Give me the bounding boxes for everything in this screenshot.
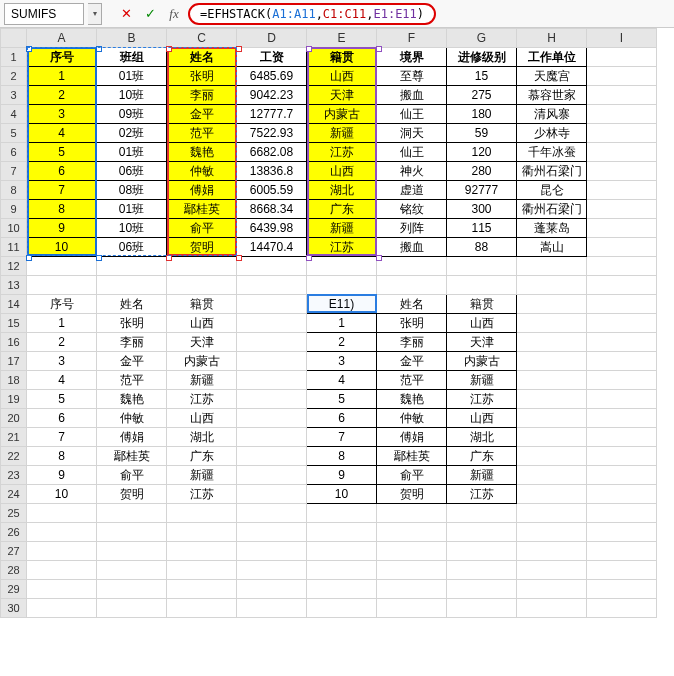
cell-A30[interactable] xyxy=(27,599,97,618)
cell-C19[interactable]: 江苏 xyxy=(167,390,237,409)
col-header-E[interactable]: E xyxy=(307,29,377,48)
cell-I28[interactable] xyxy=(587,561,657,580)
cell-A26[interactable] xyxy=(27,523,97,542)
row-header-5[interactable]: 5 xyxy=(1,124,27,143)
row-header-13[interactable]: 13 xyxy=(1,276,27,295)
cell-F6[interactable]: 仙王 xyxy=(377,143,447,162)
cell-E6[interactable]: 江苏 xyxy=(307,143,377,162)
cell-F12[interactable] xyxy=(377,257,447,276)
cell-I15[interactable] xyxy=(587,314,657,333)
cell-H12[interactable] xyxy=(517,257,587,276)
cell-G23[interactable]: 新疆 xyxy=(447,466,517,485)
cell-E14[interactable]: E11) xyxy=(307,295,377,314)
cell-G13[interactable] xyxy=(447,276,517,295)
cell-G16[interactable]: 天津 xyxy=(447,333,517,352)
cell-E4[interactable]: 内蒙古 xyxy=(307,105,377,124)
row-header-14[interactable]: 14 xyxy=(1,295,27,314)
cell-A18[interactable]: 4 xyxy=(27,371,97,390)
col-header-I[interactable]: I xyxy=(587,29,657,48)
cell-E21[interactable]: 7 xyxy=(307,428,377,447)
cell-I10[interactable] xyxy=(587,219,657,238)
cell-E15[interactable]: 1 xyxy=(307,314,377,333)
cell-D24[interactable] xyxy=(237,485,307,504)
cell-C24[interactable]: 江苏 xyxy=(167,485,237,504)
cell-G20[interactable]: 山西 xyxy=(447,409,517,428)
cell-H14[interactable] xyxy=(517,295,587,314)
cell-H10[interactable]: 蓬莱岛 xyxy=(517,219,587,238)
cell-G1[interactable]: 进修级别 xyxy=(447,48,517,67)
cell-I7[interactable] xyxy=(587,162,657,181)
cell-G5[interactable]: 59 xyxy=(447,124,517,143)
cell-D3[interactable]: 9042.23 xyxy=(237,86,307,105)
cell-E16[interactable]: 2 xyxy=(307,333,377,352)
cell-H26[interactable] xyxy=(517,523,587,542)
cell-I2[interactable] xyxy=(587,67,657,86)
cell-H15[interactable] xyxy=(517,314,587,333)
cell-C11[interactable]: 贺明 xyxy=(167,238,237,257)
cell-B1[interactable]: 班组 xyxy=(97,48,167,67)
cell-C10[interactable]: 俞平 xyxy=(167,219,237,238)
cell-C21[interactable]: 湖北 xyxy=(167,428,237,447)
cell-B10[interactable]: 10班 xyxy=(97,219,167,238)
cell-G28[interactable] xyxy=(447,561,517,580)
cell-H21[interactable] xyxy=(517,428,587,447)
cell-G4[interactable]: 180 xyxy=(447,105,517,124)
cell-D22[interactable] xyxy=(237,447,307,466)
cell-A23[interactable]: 9 xyxy=(27,466,97,485)
cell-F24[interactable]: 贺明 xyxy=(377,485,447,504)
cell-I20[interactable] xyxy=(587,409,657,428)
cell-B24[interactable]: 贺明 xyxy=(97,485,167,504)
cell-C7[interactable]: 仲敏 xyxy=(167,162,237,181)
cell-B26[interactable] xyxy=(97,523,167,542)
cell-I13[interactable] xyxy=(587,276,657,295)
cell-B12[interactable] xyxy=(97,257,167,276)
cell-F29[interactable] xyxy=(377,580,447,599)
cell-H9[interactable]: 衢州石梁门 xyxy=(517,200,587,219)
col-header-D[interactable]: D xyxy=(237,29,307,48)
cell-D14[interactable] xyxy=(237,295,307,314)
cell-G15[interactable]: 山西 xyxy=(447,314,517,333)
col-header-H[interactable]: H xyxy=(517,29,587,48)
cell-H3[interactable]: 慕容世家 xyxy=(517,86,587,105)
cell-E18[interactable]: 4 xyxy=(307,371,377,390)
cell-G9[interactable]: 300 xyxy=(447,200,517,219)
cell-I17[interactable] xyxy=(587,352,657,371)
cell-A1[interactable]: 序号 xyxy=(27,48,97,67)
cell-B5[interactable]: 02班 xyxy=(97,124,167,143)
cell-C13[interactable] xyxy=(167,276,237,295)
cell-D20[interactable] xyxy=(237,409,307,428)
cell-C26[interactable] xyxy=(167,523,237,542)
cell-E28[interactable] xyxy=(307,561,377,580)
cell-D30[interactable] xyxy=(237,599,307,618)
row-header-11[interactable]: 11 xyxy=(1,238,27,257)
cell-F13[interactable] xyxy=(377,276,447,295)
cell-F14[interactable]: 姓名 xyxy=(377,295,447,314)
cell-G25[interactable] xyxy=(447,504,517,523)
cell-G30[interactable] xyxy=(447,599,517,618)
col-header-G[interactable]: G xyxy=(447,29,517,48)
cell-A3[interactable]: 2 xyxy=(27,86,97,105)
cell-G11[interactable]: 88 xyxy=(447,238,517,257)
cell-H27[interactable] xyxy=(517,542,587,561)
row-header-20[interactable]: 20 xyxy=(1,409,27,428)
cell-G7[interactable]: 280 xyxy=(447,162,517,181)
cell-C8[interactable]: 傅娟 xyxy=(167,181,237,200)
row-header-26[interactable]: 26 xyxy=(1,523,27,542)
cell-F11[interactable]: 搬血 xyxy=(377,238,447,257)
cell-H28[interactable] xyxy=(517,561,587,580)
cell-H8[interactable]: 昆仑 xyxy=(517,181,587,200)
cell-C2[interactable]: 张明 xyxy=(167,67,237,86)
cell-C23[interactable]: 新疆 xyxy=(167,466,237,485)
cell-B20[interactable]: 仲敏 xyxy=(97,409,167,428)
cell-I30[interactable] xyxy=(587,599,657,618)
cell-D2[interactable]: 6485.69 xyxy=(237,67,307,86)
cell-D29[interactable] xyxy=(237,580,307,599)
cell-F3[interactable]: 搬血 xyxy=(377,86,447,105)
cell-A12[interactable] xyxy=(27,257,97,276)
cell-C14[interactable]: 籍贯 xyxy=(167,295,237,314)
cell-G29[interactable] xyxy=(447,580,517,599)
row-header-19[interactable]: 19 xyxy=(1,390,27,409)
row-header-9[interactable]: 9 xyxy=(1,200,27,219)
cell-E3[interactable]: 天津 xyxy=(307,86,377,105)
cell-H5[interactable]: 少林寺 xyxy=(517,124,587,143)
